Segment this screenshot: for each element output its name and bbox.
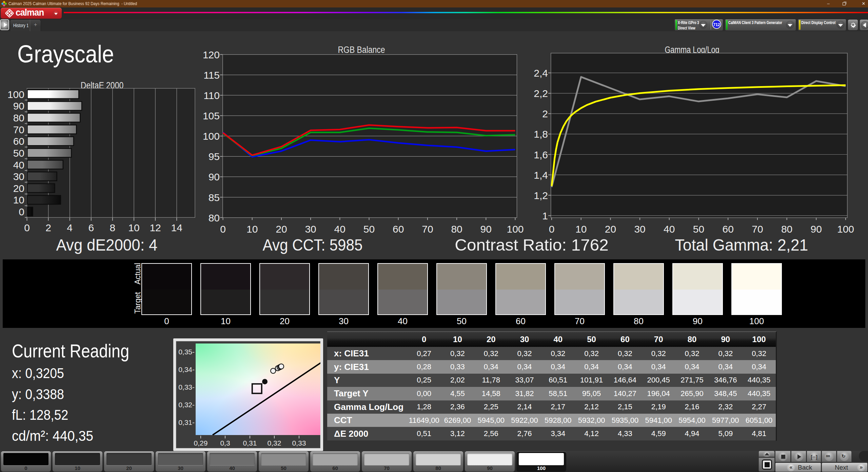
svg-text:20: 20 [13,183,24,194]
svg-text:95: 95 [209,151,220,162]
svg-text:10: 10 [128,222,139,233]
svg-text:12: 12 [150,222,161,233]
svg-text:40: 40 [13,159,24,171]
svg-text:50: 50 [13,148,24,159]
svg-text:100: 100 [507,223,524,235]
svg-text:2: 2 [542,108,548,119]
svg-text:85: 85 [209,192,220,203]
svg-text:1,6: 1,6 [534,149,548,160]
svg-text:115: 115 [203,70,220,81]
svg-text:20: 20 [605,223,616,235]
svg-text:6: 6 [88,222,94,233]
svg-text:90: 90 [811,223,822,235]
svg-text:2,4: 2,4 [534,67,548,79]
svg-text:70: 70 [13,124,24,135]
svg-text:20: 20 [276,223,287,235]
svg-text:30: 30 [305,223,316,235]
svg-text:10: 10 [13,194,24,205]
svg-text:2,2: 2,2 [534,88,548,99]
svg-text:100: 100 [7,89,24,100]
svg-text:1,2: 1,2 [534,190,548,201]
svg-text:70: 70 [752,223,763,235]
svg-text:90: 90 [13,100,24,112]
svg-text:110: 110 [203,90,220,101]
svg-text:40: 40 [334,223,346,235]
svg-text:90: 90 [209,171,220,182]
svg-text:0: 0 [19,206,24,217]
svg-text:60: 60 [393,223,404,235]
svg-text:8: 8 [110,222,116,233]
svg-text:4: 4 [67,222,73,233]
svg-text:0: 0 [24,222,30,233]
svg-text:2: 2 [45,222,51,233]
svg-text:105: 105 [203,110,220,121]
svg-text:50: 50 [363,223,375,235]
svg-text:50: 50 [693,223,704,235]
svg-text:1,4: 1,4 [534,170,548,181]
svg-text:1: 1 [542,210,548,221]
svg-text:80: 80 [781,223,792,235]
svg-text:60: 60 [13,136,24,147]
svg-text:10: 10 [246,223,258,235]
svg-text:40: 40 [664,223,675,235]
svg-text:100: 100 [837,223,854,235]
svg-text:90: 90 [480,223,492,235]
svg-text:0: 0 [220,223,226,235]
svg-text:30: 30 [634,223,645,235]
svg-text:60: 60 [723,223,734,235]
svg-text:80: 80 [13,112,24,123]
svg-text:100: 100 [203,131,220,142]
svg-text:10: 10 [575,223,587,235]
svg-text:0: 0 [549,223,555,235]
svg-text:14: 14 [171,222,182,233]
svg-text:80: 80 [451,223,462,235]
svg-text:1,8: 1,8 [534,129,548,140]
svg-text:30: 30 [13,171,24,182]
svg-text:80: 80 [209,212,220,223]
svg-text:70: 70 [422,223,433,235]
svg-text:120: 120 [203,49,220,60]
